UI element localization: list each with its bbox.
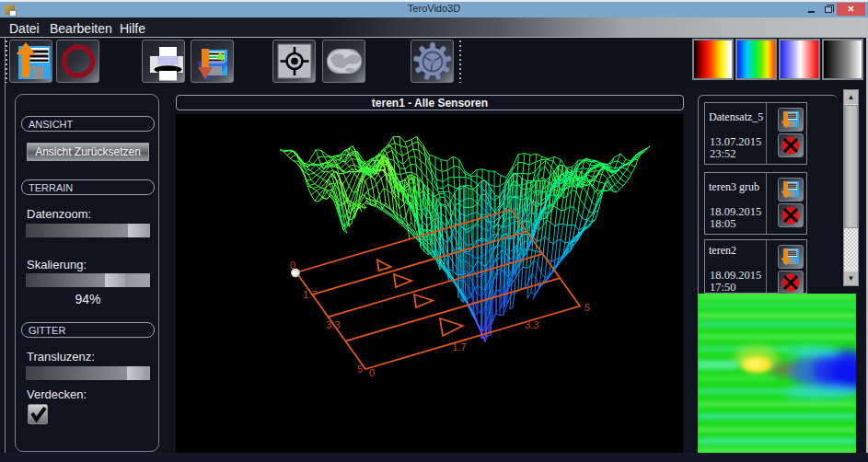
svg-text:1.7: 1.7 <box>452 341 466 352</box>
svg-text:5: 5 <box>357 364 363 375</box>
svg-text:1.7: 1.7 <box>303 289 317 300</box>
svg-text:3.3: 3.3 <box>525 319 538 330</box>
svg-text:5: 5 <box>584 302 590 313</box>
svg-text:3.3: 3.3 <box>326 319 340 330</box>
svg-text:0: 0 <box>369 367 375 378</box>
